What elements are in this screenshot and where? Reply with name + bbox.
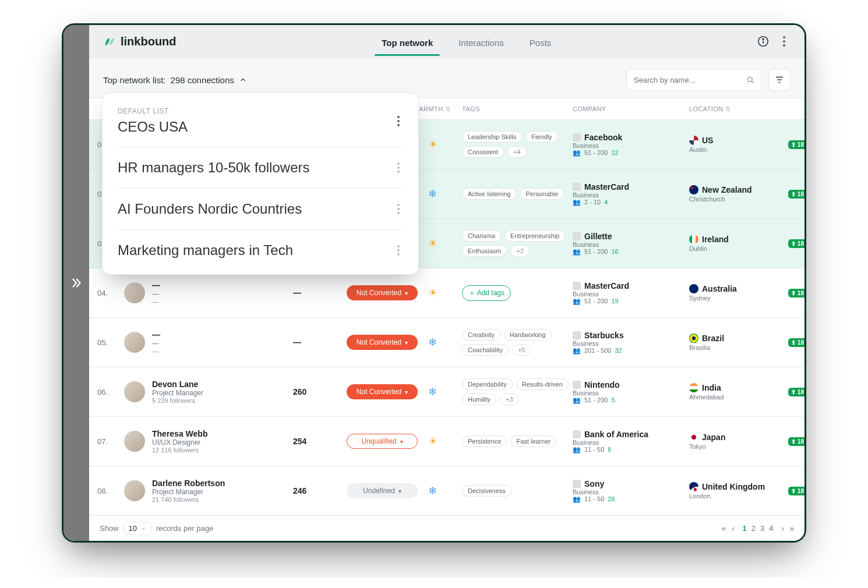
company-emp-count: 4 (604, 199, 608, 206)
info-button[interactable] (757, 35, 770, 48)
status-pill[interactable]: Undefined▾ (347, 483, 418, 498)
person-role: Project Manager (152, 389, 203, 397)
status-pill[interactable]: Not Converted▾ (347, 285, 418, 300)
table-row[interactable]: 07. Theresa Webb UI/UX Designer 12 116 f… (89, 417, 805, 466)
warmth-cell: ☀ (428, 435, 462, 448)
score-badge[interactable]: ⬆ 18 (788, 388, 806, 396)
score-badge[interactable]: ⬆ 18 (788, 239, 806, 248)
nav-tab[interactable]: Top network (379, 28, 435, 55)
status-pill[interactable]: Not Converted▾ (347, 335, 418, 350)
score-badge[interactable]: ⬆ 18 (788, 140, 806, 149)
tag-chip[interactable]: Active listening (462, 188, 516, 200)
tag-more[interactable]: +4 (507, 146, 527, 158)
search-input[interactable] (633, 75, 746, 85)
add-tags-button[interactable]: ＋ Add tags (462, 285, 511, 301)
tag-chip[interactable]: Entrepreneurship (504, 230, 565, 242)
location-cell: Brazil Brasilia (689, 334, 782, 351)
page-prev[interactable]: ‹ (732, 524, 734, 533)
dropdown-item-menu[interactable] (394, 200, 403, 218)
overflow-button[interactable] (778, 35, 791, 48)
svg-point-3 (747, 77, 752, 82)
search-field[interactable] (626, 69, 761, 91)
row-badges: ⬆ 18 in (782, 238, 806, 249)
table-row[interactable]: 08. Darlene Robertson Project Manager 21… (89, 466, 805, 516)
per-page-select[interactable]: 10 (124, 522, 151, 535)
status-pill[interactable]: Unqualified▾ (347, 434, 418, 449)
tag-chip[interactable]: Enthusiasm (462, 245, 507, 257)
col-tags[interactable]: TAGS (462, 105, 573, 112)
flag-icon (689, 136, 698, 145)
tag-chip[interactable]: Humility (462, 394, 496, 405)
company-emp-count: 32 (615, 347, 622, 354)
chevron-down-icon: ▾ (398, 488, 401, 494)
page-first[interactable]: « (722, 524, 726, 533)
tag-chip[interactable]: Leadership Skills (462, 131, 522, 143)
score-badge[interactable]: ⬆ 18 (788, 338, 806, 347)
company-type: Business (573, 192, 689, 199)
company-size: 2 - 10 (584, 199, 601, 206)
col-company[interactable]: COMPANY (573, 105, 689, 112)
flag-icon (689, 284, 698, 293)
tag-chip[interactable]: Personable (520, 188, 564, 200)
table-row[interactable]: 06. Devon Lane Project Manager 5 239 fol… (89, 367, 805, 417)
nav-tab[interactable]: Interactions (456, 28, 506, 55)
col-warmth[interactable]: WARMTH (413, 105, 462, 113)
dropdown-item-menu[interactable] (394, 242, 403, 259)
tag-chip[interactable]: Persistence (462, 435, 507, 447)
tag-chip[interactable]: Consistent (462, 146, 504, 158)
collapsed-sidebar[interactable] (63, 25, 89, 541)
company-type: Business (573, 142, 689, 149)
location-cell: Australia Sydney (689, 284, 782, 302)
tags-cell: CharismaEntrepreneurshipEnthusiasm+2 (462, 230, 573, 257)
company-logo-icon (573, 381, 581, 389)
chevron-down-icon: ▾ (400, 438, 403, 445)
table-row[interactable]: 05. — — — — Not Converted▾ ❄ CreativityH… (89, 318, 805, 367)
score-badge[interactable]: ⬆ 18 (788, 190, 806, 199)
nav-tab[interactable]: Posts (527, 28, 554, 55)
tag-chip[interactable]: Decisiveness (462, 485, 511, 497)
country: United Kingdom (702, 482, 765, 491)
dropdown-item[interactable]: Marketing managers in Tech (118, 229, 403, 271)
tag-chip[interactable]: Creativity (462, 329, 500, 341)
status-pill[interactable]: Not Converted▾ (347, 384, 418, 399)
score-badge[interactable]: ⬆ 18 (788, 487, 806, 495)
col-location[interactable]: LOCATION (689, 105, 782, 113)
dropdown-item-menu[interactable] (394, 112, 403, 130)
company-logo-icon (573, 183, 581, 191)
table-row[interactable]: 04. — — — — Not Converted▾ ☀ ＋ Add tags … (89, 268, 805, 318)
brand-icon (103, 35, 116, 48)
flag-icon (689, 383, 698, 392)
tag-chip[interactable]: Dependability (462, 378, 513, 390)
person-cell: — — — (124, 281, 293, 305)
page-next[interactable]: › (781, 524, 784, 533)
dropdown-item-default[interactable]: DEFAULT LIST CEOs USA (118, 104, 403, 147)
country: Japan (702, 433, 725, 442)
tag-chip[interactable]: Fast learner (510, 435, 556, 447)
person-role: — (152, 290, 160, 298)
tag-chip[interactable]: Results-driven (516, 378, 569, 390)
tag-chip[interactable]: Hardworking (504, 329, 552, 341)
score-badge[interactable]: ⬆ 18 (788, 437, 806, 446)
dropdown-item-menu[interactable] (394, 159, 403, 176)
page-number[interactable]: 2 (751, 524, 756, 533)
tag-chip[interactable]: Coachability (462, 344, 509, 356)
person-role: Project Manager (152, 488, 225, 496)
page-number[interactable]: 1 (742, 524, 746, 533)
tag-more[interactable]: +2 (510, 245, 530, 257)
tag-more[interactable]: +5 (512, 344, 531, 356)
person-name: — (152, 330, 160, 339)
score-badge[interactable]: ⬆ 18 (788, 289, 806, 297)
page-last[interactable]: » (790, 524, 794, 533)
filter-button[interactable] (768, 69, 791, 91)
tag-chip[interactable]: Fiendly (525, 131, 558, 143)
brand-logo[interactable]: linkbound (103, 35, 177, 48)
tag-chip[interactable]: Charisma (462, 230, 501, 242)
company-cell: Nintendo Business 👥51 - 200 5 (573, 380, 689, 404)
row-badges: ⬆ 18 in (782, 485, 806, 497)
dropdown-item[interactable]: HR managers 10-50k followers (118, 147, 403, 188)
dropdown-item[interactable]: AI Founders Nordic Countries (118, 188, 403, 229)
page-number[interactable]: 3 (760, 524, 764, 533)
list-selector-toggle[interactable]: Top network list: 298 connections (103, 75, 247, 85)
tag-more[interactable]: +3 (500, 394, 519, 405)
page-number[interactable]: 4 (769, 524, 773, 533)
